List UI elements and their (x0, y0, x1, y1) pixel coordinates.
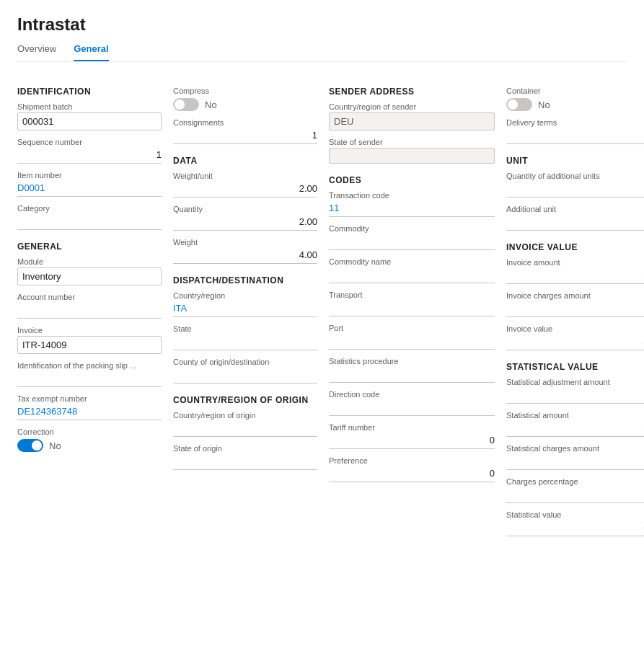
col-1: IDENTIFICATION Shipment batch 000031 Seq… (17, 75, 162, 459)
field-account-number: Account number (17, 293, 162, 319)
preference-value[interactable]: 0 (329, 466, 495, 482)
field-tax-exempt: Tax exempt number DE124363748 (17, 394, 162, 420)
field-state-of-origin: State of origin (173, 444, 317, 470)
compress-toggle[interactable] (173, 98, 199, 111)
page-container: Intrastat Overview General IDENTIFICATIO… (0, 0, 644, 656)
field-shipment-batch: Shipment batch 000031 (17, 102, 162, 130)
commodity-name-value[interactable] (329, 267, 495, 283)
commodity-value[interactable] (329, 234, 495, 250)
module-value[interactable]: Inventory (17, 267, 162, 285)
container-toggle[interactable] (506, 98, 532, 111)
direction-code-value[interactable] (329, 400, 495, 416)
additional-unit-value[interactable] (506, 215, 644, 231)
field-category: Category (17, 204, 162, 230)
invoice-value[interactable]: ITR-14009 (17, 336, 162, 354)
col-3: SENDER ADDRESS Country/region of sender … (329, 75, 495, 489)
transport-value[interactable] (329, 301, 495, 316)
field-invoice: Invoice ITR-14009 (17, 326, 162, 354)
page-title: Intrastat (17, 14, 627, 35)
field-delivery-terms: Delivery terms (506, 118, 644, 144)
field-additional-unit: Additional unit (506, 205, 644, 231)
correction-toggle-row: Correction No (17, 427, 162, 452)
quantity-additional-value[interactable]: 0.00 (506, 182, 644, 198)
field-origin-country: Country/region of origin (173, 411, 317, 437)
shipment-batch-value[interactable]: 000031 (17, 112, 162, 130)
field-state-sender: State of sender (329, 138, 495, 164)
tab-bar: Overview General (17, 43, 627, 62)
tab-overview[interactable]: Overview (17, 43, 56, 61)
weight-unit-value[interactable]: 2.00 (173, 182, 317, 198)
packing-slip-value[interactable] (17, 371, 162, 387)
weight-value[interactable]: 4.00 (173, 248, 317, 264)
field-sequence-number: Sequence number 1 (17, 138, 162, 164)
field-dispatch-country: Country/region ITA (173, 291, 317, 317)
field-weight-unit: Weight/unit 2.00 (173, 172, 317, 198)
invoice-amount-value[interactable]: 536.18 (506, 268, 644, 284)
item-number-value[interactable]: D0001 (17, 181, 162, 197)
field-transaction-code: Transaction code 11 (329, 191, 495, 217)
field-quantity: Quantity 2.00 (173, 205, 317, 231)
state-sender-value (329, 148, 495, 164)
tariff-number-value[interactable]: 0 (329, 433, 495, 449)
sender-country-value: DEU (329, 112, 495, 130)
correction-toggle[interactable] (17, 439, 43, 452)
section-identification: IDENTIFICATION (17, 87, 162, 97)
correction-toggle-label: No (49, 440, 61, 451)
tax-exempt-value[interactable]: DE124363748 (17, 404, 162, 420)
section-dispatch: DISPATCH/DESTINATION (173, 275, 317, 285)
dispatch-country-value[interactable]: ITA (173, 301, 317, 317)
field-transport: Transport (329, 291, 495, 316)
transaction-code-value[interactable]: 11 (329, 201, 495, 217)
col-4: Container No Delivery terms UNIT Quantit… (506, 75, 644, 544)
field-direction-code: Direction code (329, 390, 495, 416)
port-value[interactable] (329, 334, 495, 350)
charges-pct-value[interactable]: 20.00 (506, 487, 644, 503)
field-invoice-amount: Invoice amount 536.18 (506, 258, 644, 284)
field-dispatch-state: State (173, 324, 317, 350)
tab-general[interactable]: General (74, 43, 108, 61)
sequence-number-value[interactable]: 1 (17, 148, 162, 164)
stat-value-value[interactable]: 643.42 (506, 520, 644, 536)
field-quantity-additional: Quantity of additional units 0.00 (506, 172, 644, 198)
field-stat-amount: Statistical amount 536.18 (506, 411, 644, 437)
consignments-value[interactable]: 1 (173, 128, 317, 144)
field-commodity-name: Commodity name (329, 257, 495, 283)
field-statistics-procedure: Statistics procedure (329, 357, 495, 383)
field-invoice-charges: Invoice charges amount 0.00 (506, 291, 644, 317)
county-value[interactable] (173, 368, 317, 384)
stat-adjust-value[interactable]: 0.00 (506, 388, 644, 404)
compress-toggle-label: No (205, 99, 217, 110)
category-value[interactable] (17, 214, 162, 230)
field-tariff-number: Tariff number 0 (329, 423, 495, 449)
delivery-terms-value[interactable] (506, 128, 644, 144)
invoice-value-value[interactable]: 536.18 (506, 334, 644, 350)
compress-row: Compress No (173, 87, 317, 111)
section-data: DATA (173, 156, 317, 166)
dispatch-state-value[interactable] (173, 334, 317, 350)
col-2: Compress No Consignments 1 DATA Weight/u… (173, 75, 317, 477)
stat-amount-value[interactable]: 536.18 (506, 421, 644, 437)
section-invoice-value: INVOICE VALUE (506, 242, 644, 252)
section-general: GENERAL (17, 241, 162, 252)
section-unit: UNIT (506, 156, 644, 166)
section-statistical-value: STATISTICAL VALUE (506, 362, 644, 372)
statistics-procedure-value[interactable] (329, 367, 495, 383)
field-port: Port (329, 324, 495, 350)
stat-charges-value[interactable]: 107.24 (506, 454, 644, 470)
state-of-origin-value[interactable] (173, 454, 317, 470)
field-consignments: Consignments 1 (173, 118, 317, 144)
field-commodity: Commodity (329, 224, 495, 250)
quantity-value[interactable]: 2.00 (173, 215, 317, 231)
container-toggle-label: No (538, 99, 550, 110)
field-module: Module Inventory (17, 257, 162, 285)
origin-country-value[interactable] (173, 421, 317, 437)
field-weight: Weight 4.00 (173, 238, 317, 264)
account-number-value[interactable] (17, 303, 162, 319)
field-county: County of origin/destination (173, 358, 317, 384)
section-codes: CODES (329, 175, 495, 185)
field-stat-adjust: Statistical adjustment amount 0.00 (506, 378, 644, 404)
field-preference: Preference 0 (329, 456, 495, 482)
invoice-charges-value[interactable]: 0.00 (506, 301, 644, 317)
field-stat-value: Statistical value 643.42 (506, 510, 644, 536)
main-columns: IDENTIFICATION Shipment batch 000031 Seq… (17, 75, 627, 544)
